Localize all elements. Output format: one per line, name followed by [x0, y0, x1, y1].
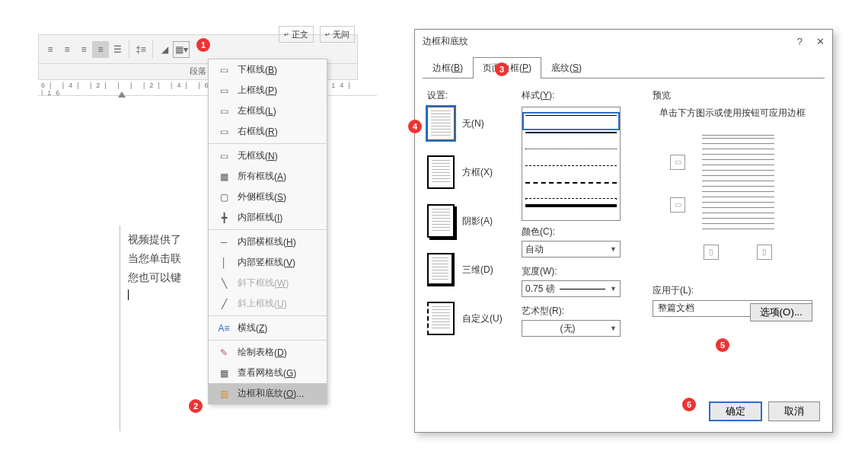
menu-diagonal-down: ╲斜下框线(W) — [209, 273, 327, 293]
line-style-list[interactable] — [522, 107, 621, 221]
ok-button[interactable]: 确定 — [709, 401, 762, 421]
menu-horizontal-line[interactable]: A≡横线(Z) — [209, 318, 327, 338]
custom-icon — [427, 302, 455, 335]
apply-label: 应用于(L): — [653, 284, 812, 297]
style-dash-dot[interactable] — [525, 199, 617, 200]
tab-shading[interactable]: 底纹(S) — [541, 57, 592, 78]
dialog-titlebar: 边框和底纹 ? ✕ — [415, 30, 832, 53]
art-label: 艺术型(R): — [522, 305, 643, 318]
horizontal-line-icon: A≡ — [216, 322, 231, 334]
chevron-down-icon: ▼ — [610, 285, 617, 293]
setting-3d[interactable]: 三维(D) — [427, 253, 519, 286]
menu-borders-and-shading[interactable]: ▥边框和底纹(O)... — [209, 383, 327, 404]
top-border-icon: ▭ — [216, 85, 231, 97]
preview-label: 预览 — [653, 89, 812, 102]
preview-bottom-border-button[interactable]: ▭ — [670, 197, 685, 213]
style-solid-thin[interactable] — [525, 115, 617, 127]
annotation-badge-4: 4 — [408, 120, 422, 133]
justify-icon[interactable]: ≡ — [92, 41, 109, 58]
diagonal-down-icon: ╲ — [216, 277, 231, 289]
setting-box[interactable]: 方框(X) — [427, 155, 519, 189]
menu-draw-table[interactable]: ✎绘制表格(D) — [209, 342, 327, 363]
menu-all-borders[interactable]: ▦所有框线(A) — [209, 166, 327, 187]
style-label: 样式(Y): — [522, 89, 643, 102]
align-center-icon[interactable]: ≡ — [59, 41, 75, 58]
menu-separator — [209, 315, 327, 316]
width-combo[interactable]: 0.75 磅▼ — [522, 280, 621, 297]
separator — [152, 40, 153, 59]
settings-column: 设置: 无(N) 方框(X) 阴影(A) 三维(D) 自定义(U) — [427, 89, 519, 350]
menu-inside-horizontal[interactable]: ─内部横框线(H) — [209, 232, 327, 252]
preview-top-border-button[interactable]: ▭ — [670, 155, 685, 170]
borders-dropdown-menu: ▭下框线(B) ▭上框线(P) ▭左框线(L) ▭右框线(R) ▭无框线(N) … — [208, 59, 327, 405]
separator — [129, 40, 129, 59]
ruler-indent-marker[interactable] — [118, 91, 126, 98]
style-dashed-long[interactable] — [525, 182, 617, 194]
options-button[interactable]: 选项(O)... — [750, 303, 812, 321]
inside-vertical-icon: │ — [216, 257, 231, 269]
annotation-badge-6: 6 — [682, 398, 696, 411]
box-icon — [427, 155, 455, 189]
annotation-badge-1: 1 — [196, 38, 210, 52]
borders-shading-dialog: 边框和底纹 ? ✕ 边框(B) 页面边框(P) 底纹(S) 设置: 无(N) 方… — [414, 29, 833, 433]
settings-label: 设置: — [427, 89, 519, 102]
gridlines-icon: ▦ — [216, 367, 231, 379]
art-combo[interactable]: (无)▼ — [522, 320, 621, 337]
none-icon — [427, 107, 455, 140]
setting-shadow[interactable]: 阴影(A) — [427, 204, 519, 238]
align-right-icon[interactable]: ≡ — [75, 41, 92, 58]
style-solid-thick[interactable] — [525, 204, 617, 216]
dialog-footer: 确定 取消 — [709, 401, 820, 421]
style-dashed[interactable] — [525, 165, 617, 178]
menu-outside-borders[interactable]: ▢外侧框线(S) — [209, 187, 327, 207]
color-label: 颜色(C): — [522, 226, 643, 238]
menu-view-gridlines[interactable]: ▦查看网格线(G) — [209, 363, 327, 383]
annotation-badge-3: 3 — [495, 62, 509, 76]
cancel-button[interactable]: 取消 — [768, 401, 820, 421]
menu-inside-vertical[interactable]: │内部竖框线(V) — [209, 252, 327, 273]
color-combo[interactable]: 自动▼ — [522, 241, 621, 257]
preview-right-border-button[interactable]: ▯ — [757, 245, 772, 260]
style-solid-med[interactable] — [525, 132, 617, 144]
setting-custom[interactable]: 自定义(U) — [427, 302, 519, 335]
align-left-icon[interactable]: ≡ — [42, 41, 59, 58]
chevron-down-icon: ▼ — [610, 325, 617, 332]
dialog-tabs: 边框(B) 页面边框(P) 底纹(S) — [423, 57, 825, 78]
style-dotted[interactable] — [525, 149, 617, 161]
outside-borders-icon: ▢ — [216, 191, 231, 203]
preview-left-border-button[interactable]: ▯ — [704, 245, 719, 260]
preview-diagram: ▭ ▭ ▯ ▯ — [664, 132, 801, 269]
help-button[interactable]: ? — [797, 36, 803, 47]
menu-bottom-border[interactable]: ▭下框线(B) — [209, 59, 327, 80]
annotation-badge-2: 2 — [189, 399, 203, 413]
line-spacing-icon[interactable]: ‡≡ — [132, 41, 149, 58]
right-border-icon: ▭ — [216, 126, 231, 138]
inside-borders-icon: ╋ — [216, 212, 231, 224]
annotation-badge-5: 5 — [716, 338, 729, 352]
menu-left-border[interactable]: ▭左框线(L) — [209, 101, 327, 121]
shading-icon[interactable]: ◢ — [156, 41, 173, 58]
distribute-icon[interactable]: ☰ — [109, 41, 126, 58]
chevron-down-icon: ▼ — [610, 245, 617, 253]
style-column: 样式(Y): 颜色(C): 自动▼ 宽度(W): 0.75 磅▼ 艺术型(R):… — [522, 89, 643, 344]
preview-column: 预览 单击下方图示或使用按钮可应用边框 ▭ ▭ ▯ ▯ 应用于(L): 整篇文档… — [653, 89, 812, 317]
setting-none[interactable]: 无(N) — [427, 107, 519, 140]
style-normal[interactable]: ↵正文 — [279, 26, 314, 43]
tab-border[interactable]: 边框(B) — [423, 57, 473, 78]
shadow-icon — [427, 204, 455, 238]
no-border-icon: ▭ — [216, 150, 231, 162]
preview-page-icon[interactable] — [702, 132, 774, 231]
menu-diagonal-up: ╱斜上框线(U) — [209, 293, 327, 314]
menu-no-border[interactable]: ▭无框线(N) — [209, 146, 327, 166]
style-nospacing[interactable]: ↵无间 — [320, 26, 355, 43]
menu-top-border[interactable]: ▭上框线(P) — [209, 80, 327, 101]
menu-separator — [209, 143, 327, 144]
menu-right-border[interactable]: ▭右框线(R) — [209, 121, 327, 142]
draw-table-icon: ✎ — [216, 347, 231, 359]
left-border-icon: ▭ — [216, 105, 231, 117]
preview-hint: 单击下方图示或使用按钮可应用边框 — [653, 107, 812, 120]
borders-dropdown-button[interactable]: ▦▾ — [173, 41, 190, 58]
inside-horizontal-icon: ─ — [216, 236, 231, 248]
menu-inside-borders[interactable]: ╋内部框线(I) — [209, 207, 327, 228]
close-button[interactable]: ✕ — [816, 36, 825, 47]
